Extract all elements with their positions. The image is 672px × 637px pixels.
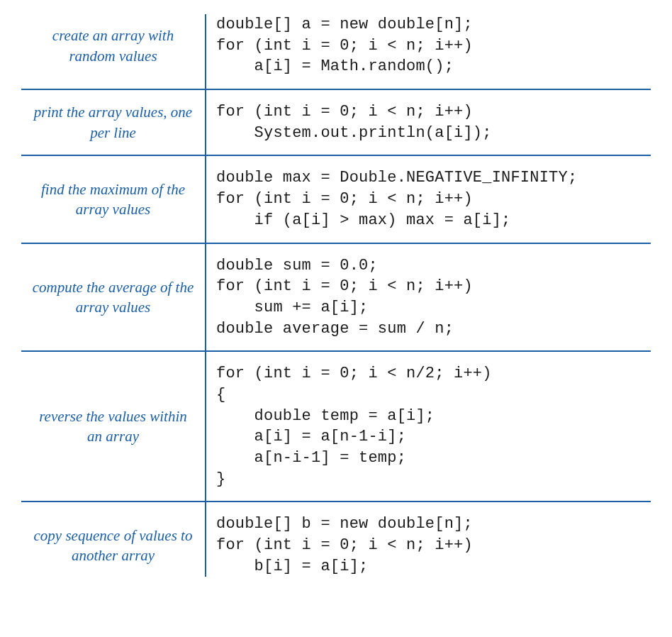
table-row: create an array with random values doubl…	[21, 14, 651, 89]
row-label-copy-array: copy sequence of values to another array	[21, 502, 206, 577]
table-row: reverse the values within an array for (…	[21, 351, 651, 502]
row-label-create-array: create an array with random values	[21, 14, 206, 89]
code-examples-table: create an array with random values doubl…	[21, 14, 651, 577]
table-row: compute the average of the array values …	[21, 243, 651, 352]
table-row: print the array values, one per line for…	[21, 89, 651, 155]
table-row: find the maximum of the array values dou…	[21, 155, 651, 243]
row-label-reverse-array: reverse the values within an array	[21, 351, 206, 502]
row-code-reverse-array: for (int i = 0; i < n/2; i++) { double t…	[206, 351, 651, 502]
row-code-create-array: double[] a = new double[n]; for (int i =…	[206, 14, 651, 89]
row-code-copy-array: double[] b = new double[n]; for (int i =…	[206, 502, 651, 577]
row-label-find-max: find the maximum of the array values	[21, 155, 206, 243]
row-label-print-array: print the array values, one per line	[21, 89, 206, 155]
row-code-print-array: for (int i = 0; i < n; i++) System.out.p…	[206, 89, 651, 155]
row-label-compute-average: compute the average of the array values	[21, 243, 206, 352]
row-code-compute-average: double sum = 0.0; for (int i = 0; i < n;…	[206, 243, 651, 352]
row-code-find-max: double max = Double.NEGATIVE_INFINITY; f…	[206, 155, 651, 243]
table-row: copy sequence of values to another array…	[21, 502, 651, 577]
